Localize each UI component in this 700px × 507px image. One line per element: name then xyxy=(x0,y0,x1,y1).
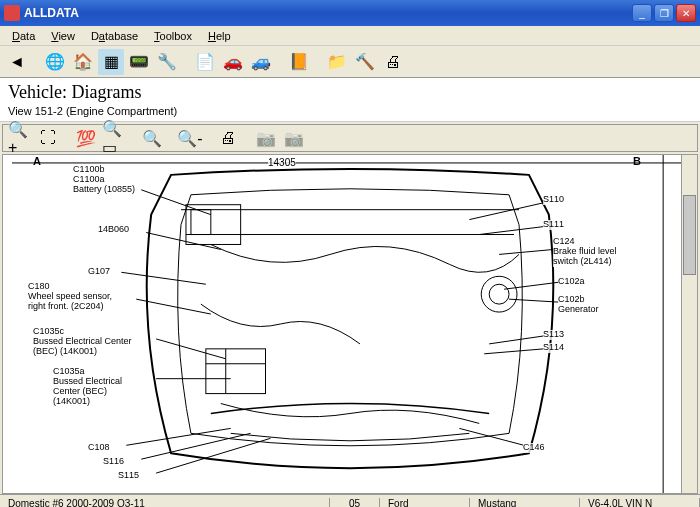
cam1-icon: 📷 xyxy=(253,125,279,151)
ruler-top-b: B xyxy=(633,155,641,167)
diagram-callout: C108 xyxy=(88,443,110,453)
newcar-icon[interactable]: 🚗 xyxy=(220,49,246,75)
menu-help[interactable]: Help xyxy=(200,28,239,44)
diagram-callout: C1035cBussed Electrical Center(BEC) (14K… xyxy=(33,327,132,357)
diagram-callout: C1100bC1100aBattery (10855) xyxy=(73,165,135,195)
diagram-toolbar: 🔍+ ⛶ 💯 🔍▭ 🔍 🔍- 🖨 📷 📷 xyxy=(2,124,698,152)
folder-icon[interactable]: 📁 xyxy=(324,49,350,75)
diagram-callout: C180Wheel speed sensor,right front. (2C2… xyxy=(28,282,112,312)
diagram-callout: C146 xyxy=(523,443,545,453)
maximize-button[interactable]: ❐ xyxy=(654,4,674,22)
window-title: ALLDATA xyxy=(24,6,632,20)
zoomarea-icon[interactable]: 🔍▭ xyxy=(101,125,127,151)
back-button[interactable]: ◄ xyxy=(4,49,30,75)
diagram-callout: S116 xyxy=(103,457,124,467)
main-toolbar: ◄ 🌐 🏠 ▦ 📟 🔧 📄 🚗 🚙 📙 📁 🔨 🖨 xyxy=(0,46,700,78)
menubar: Data View Database Toolbox Help xyxy=(0,26,700,46)
diagram-callout: S110 xyxy=(543,195,564,205)
car-icon[interactable]: 🚙 xyxy=(248,49,274,75)
status-dataset: Domestic #6 2000-2009 Q3-11 xyxy=(0,498,330,507)
titlebar: ALLDATA _ ❐ ✕ xyxy=(0,0,700,26)
diagram-callout: S114 xyxy=(543,343,564,353)
home-icon[interactable]: 🏠 xyxy=(70,49,96,75)
diagram-callout: C102bGenerator xyxy=(558,295,599,315)
status-engine: V6-4.0L VIN N xyxy=(580,498,700,507)
minimize-button[interactable]: _ xyxy=(632,4,652,22)
view-subtitle: View 151-2 (Engine Compartment) xyxy=(8,105,692,117)
menu-view[interactable]: View xyxy=(43,28,83,44)
vertical-scrollbar[interactable] xyxy=(681,155,697,493)
zoom-icon[interactable]: 🔍 xyxy=(139,125,165,151)
diagram-viewer[interactable]: A B A B C D 14305 C1100bC1100aBattery (1… xyxy=(2,154,698,494)
print2-icon[interactable]: 🖨 xyxy=(215,125,241,151)
globe-icon[interactable]: 🌐 xyxy=(42,49,68,75)
tool-icon[interactable]: 🔨 xyxy=(352,49,378,75)
svg-rect-0 xyxy=(12,155,688,493)
close-button[interactable]: ✕ xyxy=(676,4,696,22)
menu-toolbox[interactable]: Toolbox xyxy=(146,28,200,44)
diagram-callout: S111 xyxy=(543,220,564,230)
ruler-top-a: A xyxy=(33,155,41,167)
paper-icon[interactable]: 📄 xyxy=(192,49,218,75)
zoomout-icon[interactable]: 🔍- xyxy=(177,125,203,151)
app-icon xyxy=(4,5,20,21)
content-header: Vehicle: Diagrams View 151-2 (Engine Com… xyxy=(0,78,700,122)
status-model: Mustang xyxy=(470,498,580,507)
diagram-callout: G107 xyxy=(88,267,110,277)
fit-icon[interactable]: ⛶ xyxy=(35,125,61,151)
scan-icon[interactable]: 📟 xyxy=(126,49,152,75)
statusbar: Domestic #6 2000-2009 Q3-11 05 Ford Must… xyxy=(0,494,700,507)
diagram-callout: C102a xyxy=(558,277,585,287)
menu-data[interactable]: Data xyxy=(4,28,43,44)
highlight-icon[interactable]: ▦ xyxy=(98,49,124,75)
diagram-callout: 14B060 xyxy=(98,225,129,235)
cam2-icon: 📷 xyxy=(281,125,307,151)
diagram-callout: S113 xyxy=(543,330,564,340)
page-title: Vehicle: Diagrams xyxy=(8,82,692,103)
status-make: Ford xyxy=(380,498,470,507)
book-icon[interactable]: 📙 xyxy=(286,49,312,75)
diagram-top-label: 14305 xyxy=(268,157,296,168)
wrench-icon[interactable]: 🔧 xyxy=(154,49,180,75)
menu-database[interactable]: Database xyxy=(83,28,146,44)
zoom100-icon[interactable]: 💯 xyxy=(73,125,99,151)
zoomin-icon[interactable]: 🔍+ xyxy=(7,125,33,151)
diagram-callout: S115 xyxy=(118,471,139,481)
diagram-callout: C124Brake fluid levelswitch (2L414) xyxy=(553,237,617,267)
print-icon[interactable]: 🖨 xyxy=(380,49,406,75)
status-year: 05 xyxy=(330,498,380,507)
diagram-callout: C1035aBussed ElectricalCenter (BEC)(14K0… xyxy=(53,367,122,407)
